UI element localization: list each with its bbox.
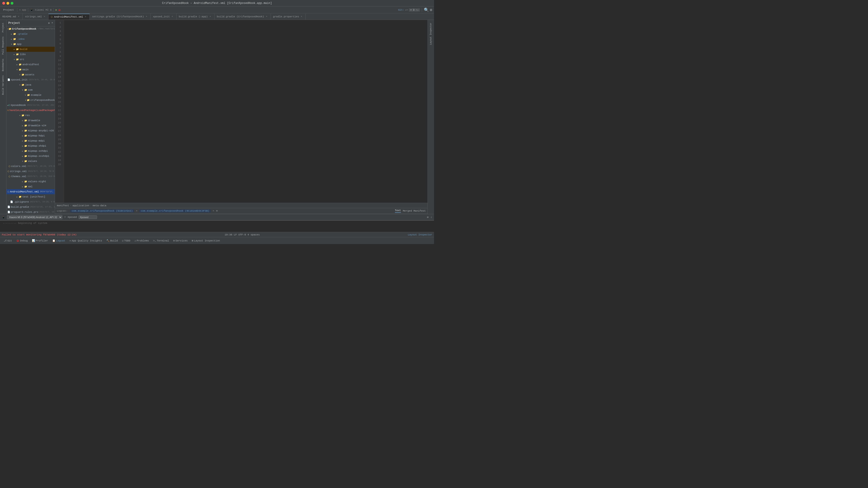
device-selector[interactable]: 📱 Xiaomi MI 8 <box>30 8 52 11</box>
tab-settings-gradle[interactable]: settings.gradle (CrifanXposedHook) × <box>90 13 150 20</box>
tree-mipmap-xhdpi[interactable]: ▶ 📁 mipmap-xhdpi <box>6 143 55 148</box>
tab-androidmanifest[interactable]: ⬡ AndroidManifest.xml × <box>49 13 90 20</box>
breadcrumb-meta-data[interactable]: meta-data <box>93 204 106 207</box>
tree-idea[interactable]: ▶ 📁 .idea <box>6 36 55 41</box>
text-tab[interactable]: Text <box>395 209 401 213</box>
bt-todo[interactable]: ☑ TODO <box>120 239 132 242</box>
clear-logcat[interactable]: ⊘ <box>427 216 429 219</box>
layout-inspector-status[interactable]: Layout Inspector <box>408 233 432 236</box>
tree-root[interactable]: ▼ 📁 CrifanXposedHook ~/dev_root/crifan/g… <box>6 26 55 31</box>
filter-close-2[interactable]: × <box>213 209 214 212</box>
tab-settings-gradle-close[interactable]: × <box>145 15 148 18</box>
bt-layout-inspection[interactable]: ⊞ Layout Inspection <box>190 239 222 242</box>
tree-example[interactable]: ▼ 📁 example <box>6 92 55 97</box>
tab-xposed-init[interactable]: xposed_init × <box>151 13 177 20</box>
tab-build-gradle-app-close[interactable]: × <box>209 15 212 18</box>
bt-services[interactable]: ⚙ Services <box>171 239 189 242</box>
tab-xposed-init-close[interactable]: × <box>171 15 174 18</box>
buildvariants-vtab[interactable]: Build Variants <box>1 74 5 97</box>
run-button[interactable]: ▶ <box>56 8 57 11</box>
tree-res[interactable]: ▼ 📁 res <box>6 113 55 118</box>
bt-problems[interactable]: ⚠ Problems <box>133 239 151 242</box>
device-selector-dropdown[interactable]: Xiaomi MI 8 (f97a0408) Android 12, API 3… <box>7 215 62 219</box>
tree-app-build-gradle[interactable]: 📄 build.gradle 2024/12/16, 17:42, 1.21 k… <box>6 204 55 209</box>
project-menu[interactable]: Project <box>2 8 15 12</box>
bt-terminal[interactable]: >_ Terminal <box>151 239 171 242</box>
tree-mipmap-xxxhdpi[interactable]: ▶ 📁 mipmap-xxxhdpi <box>6 153 55 159</box>
layout-inspector-vtab[interactable]: Layout Inspector <box>429 21 433 47</box>
tree-drawable[interactable]: ▶ 📁 drawable <box>6 118 55 123</box>
project-vtab[interactable]: Project <box>1 21 5 34</box>
tab-gradle-properties-close[interactable]: × <box>300 15 303 18</box>
breadcrumb-application[interactable]: application <box>72 204 89 207</box>
tab-build-gradle-root-close[interactable]: × <box>265 15 268 18</box>
sidebar-gear-icon[interactable]: ⚙ <box>48 22 50 25</box>
run-config[interactable]: ▾ app <box>19 8 26 11</box>
tab-readme[interactable]: README.md × <box>0 13 23 20</box>
notification-count[interactable]: ▾ 3 ↑↓ <box>409 8 420 11</box>
tree-assets[interactable]: ▼ 📁 assets <box>6 72 55 77</box>
logcat-filter-input[interactable] <box>79 215 97 219</box>
tree-proguard[interactable]: 📄 proguard-rules.pro 2023/8/7, 10:29, 75… <box>6 209 55 214</box>
bookmarks-vtab[interactable]: Bookmarks <box>1 57 5 73</box>
search-everywhere[interactable]: 🔍 <box>424 7 429 12</box>
tree-app-gitignore[interactable]: 📄 .gitignore 2023/8/7, 10:29, 6 B <box>6 199 55 204</box>
bt-git[interactable]: ⎇ Git <box>2 239 14 242</box>
tree-themes-xml[interactable]: ⬡ themes.xml 2023/8/7, 10:29, 818 B <box>6 174 55 179</box>
tree-mipmap-anydpi[interactable]: ▶ 📁 mipmap-anydpi-v26 <box>6 128 55 133</box>
tree-test[interactable]: ▶ 📁 test [unitTest] <box>6 194 55 199</box>
logcat-filter-2[interactable]: com.example.crifanxposedhook (9C181A8D3C… <box>140 209 211 212</box>
bt-profiler[interactable]: 📊 Profiler <box>30 239 50 242</box>
tab-build-gradle-app[interactable]: build.gradle (:app) × <box>177 13 214 20</box>
folder-icon: 📁 <box>24 89 27 91</box>
close-button[interactable] <box>2 2 5 5</box>
tree-colors-xml[interactable]: ⬡ colors.xml 2023/8/7, 10:29, 378 B <box>6 164 55 169</box>
tree-java[interactable]: ▼ 📁 java <box>6 82 55 87</box>
settings-button[interactable]: ⚙ <box>430 8 432 12</box>
tree-values[interactable]: ▼ 📁 values <box>6 159 55 164</box>
tree-strings-xml[interactable]: ⬡ strings.xml 2023/8/7, 10:29, 78 B Mome… <box>6 169 55 174</box>
maximize-button[interactable] <box>11 2 13 5</box>
scroll-end[interactable]: ↓ <box>431 216 432 219</box>
tree-main[interactable]: ▼ 📁 main <box>6 67 55 72</box>
bt-debug[interactable]: 🐞 Debug <box>14 239 30 242</box>
code-editor[interactable] <box>64 20 428 203</box>
tab-gradle-properties[interactable]: gradle.properties × <box>271 13 306 20</box>
breadcrumb-manifest[interactable]: manifest <box>57 204 69 207</box>
filter-close-1[interactable]: × <box>136 209 137 212</box>
tree-xposed-init-file[interactable]: 📄 xposed_init 2023/8/9, 10:45, 39 B A mi… <box>6 77 55 82</box>
debug-button[interactable]: 🐞 <box>58 8 61 11</box>
tree-com[interactable]: ▼ 📁 com <box>6 87 55 92</box>
bt-app-quality[interactable]: ✦ App Quality Insights <box>67 239 104 242</box>
tree-xposedhook[interactable]: ▶ C XposedHook 2024/12/16, 17:42, 491 B … <box>6 103 55 108</box>
tree-app[interactable]: ▼ 📁 app <box>6 41 55 47</box>
tree-androidmanifest-file[interactable]: ⬡ AndroidManifest.xml 2024/12/17, 11:15,… <box>6 189 55 194</box>
sidebar-close-icon[interactable]: × <box>52 22 53 24</box>
tab-androidmanifest-close[interactable]: × <box>84 15 87 19</box>
tree-crifanxposedhook[interactable]: ▼ 📁 crifanxposedhook <box>6 97 55 103</box>
tree-gradle[interactable]: ▶ 📁 .gradle <box>6 31 55 36</box>
tree-androidtest[interactable]: ▶ 📁 androidTest <box>6 62 55 67</box>
bt-build[interactable]: 🔨 Build <box>104 239 120 242</box>
tab-readme-close[interactable]: × <box>17 15 20 18</box>
tree-xml-folder[interactable]: ▶ 📁 xml <box>6 184 55 189</box>
add-filter[interactable]: + <box>216 209 218 213</box>
pullrequests-vtab[interactable]: Pull Requests <box>1 35 5 56</box>
tab-strings[interactable]: strings.xml × <box>23 13 49 20</box>
tab-strings-close[interactable]: × <box>43 15 46 18</box>
tree-values-night[interactable]: ▶ 📁 values-night <box>6 179 55 184</box>
tree-mipmap-xxhdpi[interactable]: ▶ 📁 mipmap-xxhdpi <box>6 148 55 153</box>
tree-src[interactable]: ▼ 📁 src <box>6 57 55 62</box>
tree-handleloadpackage[interactable]: m handleLoadPackage(LoadPackageParam):vo… <box>6 108 55 113</box>
tree-mipmap-mdpi[interactable]: ▶ 📁 mipmap-mdpi <box>6 138 55 143</box>
merged-manifest-tab[interactable]: Merged Manifest <box>403 209 426 212</box>
tree-libs[interactable]: ▶ 📁 libs <box>6 52 55 57</box>
bt-logcat[interactable]: 📋 Logcat <box>51 239 67 242</box>
tree-drawable-v24[interactable]: ▶ 📁 drawable-v24 <box>6 123 55 128</box>
minimize-button[interactable] <box>6 2 9 5</box>
logcat-label: Logcat: <box>57 209 67 212</box>
tree-mipmap-hdpi[interactable]: ▶ 📁 mipmap-hdpi <box>6 133 55 138</box>
logcat-filter-1[interactable]: com.example.crifanxposedhook (91BX1VSA3) <box>70 209 134 212</box>
tree-build[interactable]: ▶ 📁 build <box>6 47 55 52</box>
tab-build-gradle-root[interactable]: build.gradle (CrifanXposedHook) × <box>214 13 271 20</box>
